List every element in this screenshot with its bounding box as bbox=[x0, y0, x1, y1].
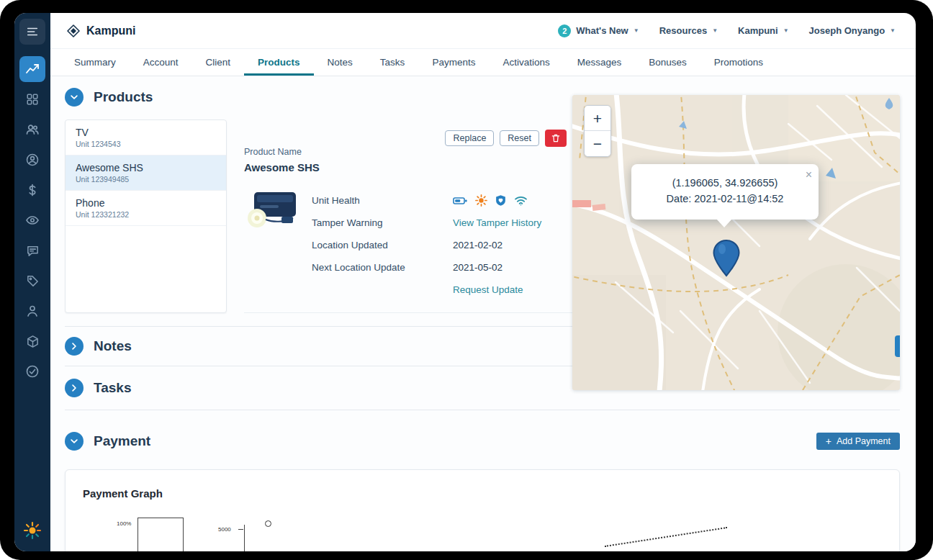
chevron-down-icon: ▼ bbox=[634, 27, 639, 34]
content-area: Products TV Unit 1234543 Awesome SHS Uni… bbox=[50, 76, 916, 551]
tab-tasks[interactable]: Tasks bbox=[366, 49, 419, 76]
product-name: Phone bbox=[76, 197, 216, 209]
notes-section-title: Notes bbox=[94, 338, 132, 354]
whats-new-label: What's New bbox=[576, 25, 628, 36]
person-icon bbox=[25, 304, 40, 318]
battery-icon bbox=[453, 196, 468, 206]
tab-payments[interactable]: Payments bbox=[418, 49, 489, 76]
next-location-row: Next Location Update 2021-05-02 bbox=[312, 256, 572, 279]
tag-icon bbox=[26, 274, 40, 288]
sidebar-item-messages[interactable] bbox=[19, 238, 45, 263]
map-side-handle[interactable] bbox=[895, 335, 900, 357]
shield-heart-icon bbox=[495, 194, 507, 207]
tasks-section-title: Tasks bbox=[94, 380, 131, 396]
products-body: TV Unit 1234543 Awesome SHS Unit 1239494… bbox=[65, 114, 572, 327]
chevron-right-icon bbox=[69, 383, 79, 393]
payment-graph-card: Payment Graph 100% 5000 bbox=[65, 469, 900, 551]
brand-sun-logo-icon bbox=[23, 521, 42, 543]
main-panel: Kampuni 2 What's New ▼ Resources ▼ Kampu… bbox=[50, 13, 916, 551]
wifi-icon bbox=[514, 195, 528, 206]
location-updated-label: Location Updated bbox=[312, 240, 453, 250]
reset-button[interactable]: Reset bbox=[500, 130, 539, 146]
sun-icon bbox=[475, 194, 487, 207]
product-name: Awesome SHS bbox=[76, 162, 216, 173]
sidebar-item-account[interactable] bbox=[19, 147, 45, 173]
tamper-warning-label: Tamper Warning bbox=[312, 217, 453, 228]
product-unit: Unit 123321232 bbox=[76, 210, 216, 219]
product-list-item[interactable]: Awesome SHS Unit 123949485 bbox=[66, 155, 226, 191]
chevron-down-icon: ▼ bbox=[712, 27, 718, 34]
tab-notes[interactable]: Notes bbox=[314, 49, 366, 76]
products-section-title: Products bbox=[94, 89, 153, 105]
products-collapse-button[interactable] bbox=[65, 88, 84, 107]
sidebar-item-approvals[interactable] bbox=[19, 358, 45, 384]
next-location-value: 2021-05-02 bbox=[453, 262, 502, 273]
sidebar-item-dashboard[interactable] bbox=[19, 86, 45, 112]
menu-icon bbox=[26, 25, 39, 38]
tab-summary[interactable]: Summary bbox=[60, 49, 130, 76]
sidebar-item-visibility[interactable] bbox=[19, 207, 45, 233]
map-pin-icon[interactable] bbox=[712, 239, 741, 281]
view-tamper-history-link[interactable]: View Tamper History bbox=[453, 217, 541, 228]
graph-axis-line bbox=[244, 525, 245, 551]
payment-graph-title: Payment Graph bbox=[83, 487, 882, 500]
delete-button[interactable] bbox=[545, 130, 567, 147]
sidebar-item-clients[interactable] bbox=[19, 117, 45, 143]
product-detail-rows: Unit Health Tamper Warning V bbox=[312, 189, 572, 301]
sidebar-nav bbox=[19, 56, 45, 384]
user-name-label: Joseph Onyango bbox=[809, 25, 885, 36]
users-icon bbox=[25, 122, 40, 137]
payment-collapse-button[interactable] bbox=[65, 432, 84, 451]
product-name-label: Product Name bbox=[244, 147, 572, 157]
add-payment-button[interactable]: + Add Payment bbox=[816, 433, 900, 450]
tab-promotions[interactable]: Promotions bbox=[700, 49, 777, 76]
product-name-value: Awesome SHS bbox=[244, 161, 572, 173]
sidebar-item-products[interactable] bbox=[19, 328, 45, 354]
trending-up-icon bbox=[25, 62, 40, 76]
brand: Kampuni bbox=[66, 24, 135, 38]
tab-client[interactable]: Client bbox=[192, 49, 245, 76]
tab-activations[interactable]: Activations bbox=[489, 49, 563, 76]
tab-messages[interactable]: Messages bbox=[564, 49, 636, 76]
chat-icon bbox=[26, 244, 40, 258]
popup-close-button[interactable]: × bbox=[806, 168, 812, 181]
tab-products[interactable]: Products bbox=[244, 49, 314, 76]
chevron-down-icon bbox=[69, 92, 79, 102]
sidebar-item-payments[interactable] bbox=[19, 177, 45, 203]
product-list-item[interactable]: Phone Unit 123321232 bbox=[66, 191, 226, 226]
map-popup: × (1.196065, 34.926655) Date: 2021-02-11… bbox=[631, 164, 819, 220]
graph-axis-value-label: 5000 bbox=[218, 526, 231, 533]
sidebar-item-analytics[interactable] bbox=[19, 56, 45, 82]
location-map[interactable]: + − × (1.196065, 34.926655) Date: 2021-0… bbox=[572, 95, 900, 390]
resources-menu[interactable]: Resources ▼ bbox=[659, 25, 718, 36]
sidebar-item-tags[interactable] bbox=[19, 268, 45, 294]
sidebar bbox=[14, 13, 50, 551]
request-update-link[interactable]: Request Update bbox=[453, 284, 523, 295]
chevron-right-icon bbox=[69, 341, 79, 351]
tamper-warning-row: Tamper Warning View Tamper History bbox=[312, 212, 572, 234]
app-window: Kampuni 2 What's New ▼ Resources ▼ Kampu… bbox=[14, 13, 916, 551]
org-menu[interactable]: Kampuni ▼ bbox=[738, 25, 789, 36]
tab-bonuses[interactable]: Bonuses bbox=[635, 49, 700, 76]
product-list: TV Unit 1234543 Awesome SHS Unit 1239494… bbox=[65, 119, 227, 313]
menu-toggle-button[interactable] bbox=[19, 19, 45, 45]
org-label: Kampuni bbox=[738, 25, 778, 36]
zoom-out-button[interactable]: − bbox=[585, 131, 610, 156]
tab-bar: Summary Account Client Products Notes Ta… bbox=[50, 49, 916, 76]
next-location-label: Next Location Update bbox=[312, 262, 453, 273]
location-updated-row: Location Updated 2021-02-02 bbox=[312, 234, 572, 256]
user-menu[interactable]: Joseph Onyango ▼ bbox=[809, 25, 896, 36]
graph-bar-outline bbox=[138, 518, 184, 551]
sidebar-item-agents[interactable] bbox=[19, 298, 45, 324]
tasks-expand-button[interactable] bbox=[65, 379, 84, 397]
trash-icon bbox=[551, 133, 561, 143]
zoom-in-button[interactable]: + bbox=[585, 106, 610, 131]
whats-new-menu[interactable]: 2 What's New ▼ bbox=[558, 24, 639, 37]
popup-coordinates: (1.196065, 34.926655) bbox=[646, 175, 804, 191]
add-payment-label: Add Payment bbox=[837, 436, 891, 446]
notes-expand-button[interactable] bbox=[65, 337, 84, 356]
graph-axis-tick bbox=[238, 529, 243, 530]
product-list-item[interactable]: TV Unit 1234543 bbox=[66, 120, 226, 155]
tab-account[interactable]: Account bbox=[130, 49, 192, 76]
replace-button[interactable]: Replace bbox=[445, 130, 494, 146]
